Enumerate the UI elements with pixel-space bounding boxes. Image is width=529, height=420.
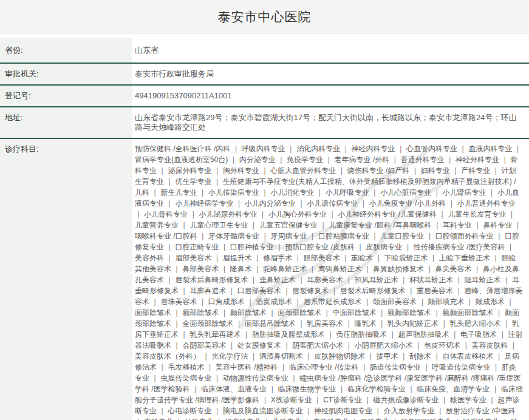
page-header: 泰安市中心医院 <box>0 0 529 34</box>
registration-number-value: 49419091537090211A1001 <box>132 86 529 106</box>
province-label: 省份: <box>0 38 132 63</box>
page-title: 泰安市中心医院 <box>218 8 312 25</box>
row-province: 省份: 山东省 <box>0 38 529 64</box>
medical-subjects-label: 诊疗科目: <box>0 139 132 420</box>
approval-authority-label: 审批机关: <box>0 64 132 84</box>
row-address: 地址: 山东省泰安市龙潭路29号；泰安市碧霞湖大街17号；配天门大街以南，长城路… <box>0 107 529 139</box>
approval-authority-value: 泰安市行政审批服务局 <box>132 64 529 84</box>
medical-subjects-value: 预防保健科 /全科医疗科 /内科 ｜ 呼吸内科专业 ｜ 消化内科专业 ｜ 神经内… <box>132 139 529 420</box>
registration-number-label: 登记号: <box>0 86 132 106</box>
row-registration-number: 登记号: 49419091537090211A1001 <box>0 86 529 107</box>
address-label: 地址: <box>0 107 132 138</box>
row-approval-authority: 审批机关: 泰安市行政审批服务局 <box>0 64 529 86</box>
address-value: 山东省泰安市龙潭路29号；泰安市碧霞湖大街17号；配天门大街以南，长城路以东；泰… <box>132 107 529 138</box>
hospital-info-table: 省份: 山东省 审批机关: 泰安市行政审批服务局 登记号: 4941909153… <box>0 38 529 420</box>
row-medical-subjects: 诊疗科目: 预防保健科 /全科医疗科 /内科 ｜ 呼吸内科专业 ｜ 消化内科专业… <box>0 139 529 420</box>
province-value: 山东省 <box>132 38 529 63</box>
